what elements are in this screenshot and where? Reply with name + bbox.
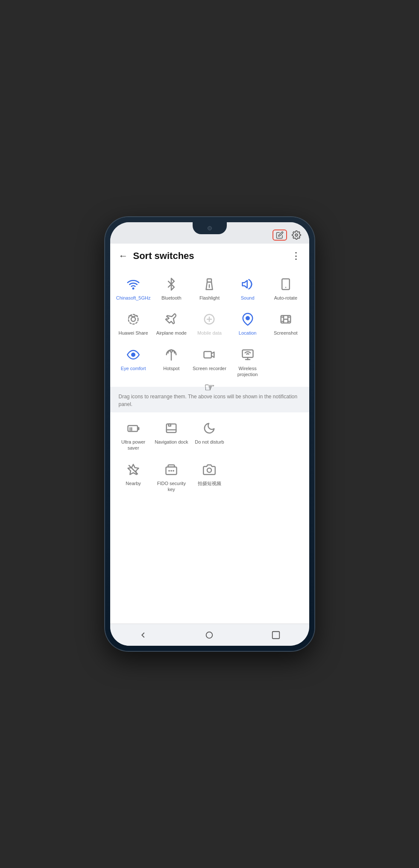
page-title: Sort switches	[133, 250, 291, 262]
grid-row-3: Eye comfort Hotspot	[114, 342, 305, 382]
switch-flashlight[interactable]: Flashlight	[190, 272, 228, 305]
fido-label: FIDO security key	[154, 480, 188, 493]
grid-row-1: Chinasoft_5GHz Bluetooth	[114, 272, 305, 305]
svg-rect-37	[272, 631, 280, 638]
svg-point-35	[207, 468, 211, 472]
sound-icon	[240, 276, 256, 292]
svg-point-7	[131, 317, 135, 321]
location-icon	[240, 311, 256, 327]
donotdisturb-label: Do not disturb	[195, 439, 224, 445]
grid-row-2: Huawei Share Airplane mode	[114, 307, 305, 340]
nav-recent-button[interactable]	[268, 627, 284, 643]
camera-icon	[201, 462, 217, 478]
switch-screenshot[interactable]: Screenshot	[267, 307, 305, 340]
hotspot-icon	[163, 347, 179, 363]
switch-autorotate[interactable]: Auto-rotate	[267, 272, 305, 305]
switch-hotspot[interactable]: Hotspot	[152, 342, 190, 382]
switch-airplane[interactable]: Airplane mode	[152, 307, 190, 340]
screenrecorder-icon	[201, 347, 217, 363]
switch-shortvideo[interactable]: 拍摄短视频	[190, 457, 228, 497]
wifi-icon	[125, 276, 141, 292]
switch-fido[interactable]: FIDO security key	[152, 457, 190, 497]
edit-icon	[276, 231, 284, 239]
flashlight-icon	[201, 276, 217, 292]
switch-location[interactable]: Location	[229, 307, 267, 340]
airplane-label: Airplane mode	[156, 330, 187, 336]
switch-nearby[interactable]: Nearby	[114, 457, 152, 497]
mobiledata-icon	[201, 311, 217, 327]
shortvideo-label: 拍摄短视频	[198, 480, 221, 486]
active-grid: Chinasoft_5GHz Bluetooth	[110, 268, 309, 387]
switch-bluetooth[interactable]: Bluetooth	[152, 272, 190, 305]
bluetooth-label: Bluetooth	[161, 295, 181, 301]
autorotate-label: Auto-rotate	[274, 295, 297, 301]
huaweishare-icon	[125, 311, 141, 327]
screenshot-label: Screenshot	[274, 330, 298, 336]
settings-button[interactable]	[290, 229, 302, 241]
nearby-label: Nearby	[126, 480, 141, 486]
navigationdock-label: Navigation dock	[155, 439, 188, 445]
svg-point-36	[206, 632, 213, 638]
switch-donotdisturb[interactable]: Do not disturb	[190, 416, 228, 456]
divider-text: Drag icons to rearrange them. The above …	[119, 393, 301, 408]
inactive-row-1: Ultra power saver Navigation dock	[114, 416, 305, 456]
huaweishare-label: Huawei Share	[119, 330, 148, 336]
top-bar: ← Sort switches ⋮	[110, 244, 309, 268]
wifi-label: Chinasoft_5GHz	[116, 295, 151, 301]
switch-mobiledata[interactable]: Mobile data	[190, 307, 228, 340]
nav-home-icon	[205, 630, 214, 640]
autorotate-icon	[278, 276, 294, 292]
svg-rect-22	[128, 426, 138, 432]
svg-point-13	[246, 317, 249, 320]
hotspot-label: Hotspot	[163, 365, 179, 371]
switch-sound[interactable]: Sound	[229, 272, 267, 305]
eyecomfort-icon	[125, 347, 141, 363]
eyecomfort-label: Eye comfort	[121, 365, 146, 371]
nav-back-icon	[138, 630, 148, 640]
flashlight-label: Flashlight	[199, 295, 220, 301]
status-icons	[272, 229, 302, 241]
wirelessprojection-label: Wireless projection	[231, 365, 265, 378]
empty-slot-5	[267, 457, 305, 497]
location-label: Location	[239, 330, 257, 336]
svg-point-8	[129, 315, 138, 324]
switch-ultrapowersaver[interactable]: Ultra power saver	[114, 416, 152, 456]
battery-icon	[125, 420, 141, 436]
moon-icon	[201, 420, 217, 436]
notch	[193, 222, 227, 234]
empty-slot-4	[229, 457, 267, 497]
empty-slot-2	[229, 416, 267, 456]
phone-screen: ← Sort switches ⋮	[110, 222, 309, 646]
switch-wifi[interactable]: Chinasoft_5GHz	[114, 272, 152, 305]
nav-home-button[interactable]	[202, 627, 217, 643]
switch-wirelessprojection[interactable]: Wireless projection	[229, 342, 267, 382]
fido-icon	[163, 462, 179, 478]
switch-eyecomfort[interactable]: Eye comfort	[114, 342, 152, 382]
nearby-icon	[125, 462, 141, 478]
back-button[interactable]: ←	[119, 250, 128, 262]
divider-section: Drag icons to rearrange them. The above …	[110, 387, 309, 412]
svg-point-17	[132, 353, 135, 356]
svg-point-0	[295, 234, 298, 236]
svg-rect-20	[204, 351, 212, 358]
svg-marker-4	[242, 280, 247, 288]
svg-rect-28	[169, 424, 171, 426]
nav-back-button[interactable]	[135, 627, 151, 643]
svg-point-1	[133, 288, 134, 289]
mobiledata-label: Mobile data	[197, 330, 222, 336]
status-bar	[110, 222, 309, 244]
switch-navigationdock[interactable]: Navigation dock	[152, 416, 190, 456]
camera-notch	[208, 226, 212, 230]
more-button[interactable]: ⋮	[291, 250, 301, 262]
switch-screenrecorder[interactable]: Screen recorder ☞	[190, 342, 228, 382]
nav-recent-icon	[271, 630, 281, 640]
inactive-grid: Ultra power saver Navigation dock	[110, 412, 309, 502]
gear-icon	[292, 230, 301, 240]
airplane-icon	[163, 311, 179, 327]
screenshot-icon	[278, 311, 294, 327]
empty-slot	[267, 342, 305, 382]
switch-huaweishare[interactable]: Huawei Share	[114, 307, 152, 340]
navigation-bar	[110, 624, 309, 646]
empty-slot-3	[267, 416, 305, 456]
edit-button[interactable]	[272, 230, 287, 241]
